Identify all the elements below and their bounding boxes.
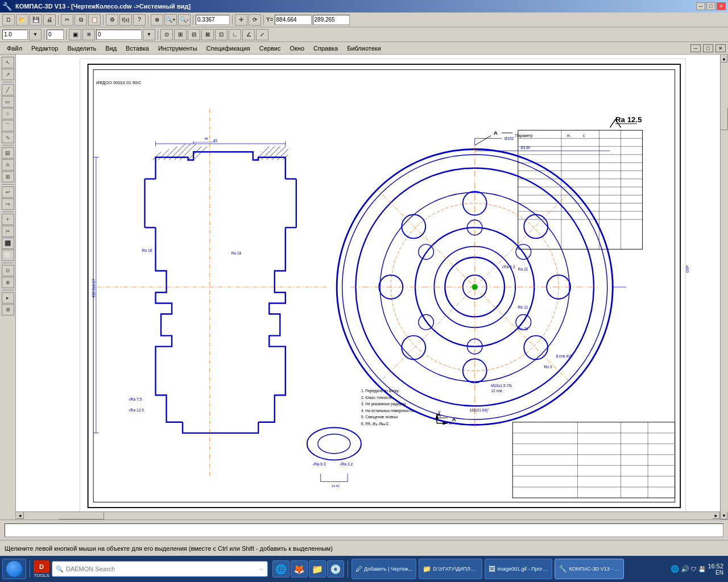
zoom-in-button[interactable]: 🔍+: [164, 14, 177, 26]
lt-circle[interactable]: ○: [2, 108, 14, 119]
layer-input[interactable]: [96, 30, 142, 40]
tb2-btn3[interactable]: ⊟: [188, 29, 200, 40]
taskbar-app-image[interactable]: 🖼 image001.gif - Прогр...: [485, 559, 552, 579]
inner-restore-button[interactable]: □: [703, 44, 713, 52]
tb2-btn1[interactable]: ⊙: [160, 29, 173, 40]
menu-window[interactable]: Окно: [285, 44, 309, 53]
move-button[interactable]: ✛: [235, 14, 247, 26]
scale-input[interactable]: [2, 30, 28, 40]
taskbar-app-folder[interactable]: 📁 D:\УГАТУ\ДИПЛОМ\...: [419, 559, 482, 579]
menu-view[interactable]: Вид: [101, 44, 121, 53]
lt-settings[interactable]: ⚙: [2, 304, 14, 315]
paste-button[interactable]: 📋: [88, 14, 101, 26]
lt-text[interactable]: A: [2, 159, 14, 171]
angle-input[interactable]: [47, 30, 64, 40]
scrollbar-thumb-v[interactable]: [721, 107, 728, 130]
ie-icon[interactable]: 🌐: [272, 560, 289, 577]
menu-file[interactable]: Файл: [2, 44, 27, 53]
daemon-tools-icon[interactable]: D TOOLS: [34, 560, 49, 578]
menu-tools[interactable]: Инструменты: [154, 44, 202, 53]
lt-undo[interactable]: ↩: [2, 186, 14, 198]
search-btn[interactable]: →: [258, 566, 264, 572]
tb2-btn6[interactable]: ∟: [229, 29, 241, 40]
menu-insert[interactable]: Вставка: [121, 44, 154, 53]
lt-clear[interactable]: ⬜: [2, 250, 14, 261]
minimize-button[interactable]: ─: [696, 2, 705, 10]
drawing-canvas[interactable]: Параметр m с Ra 12.5: [16, 55, 728, 519]
folder-icon[interactable]: 📁: [309, 560, 326, 577]
lt-select[interactable]: ↖: [2, 57, 14, 68]
tb2-btn8[interactable]: ⤢: [256, 29, 268, 40]
close-button[interactable]: ✕: [717, 2, 726, 10]
search-input[interactable]: [66, 566, 255, 572]
lt-hatch[interactable]: ▤: [2, 147, 14, 159]
formula-button[interactable]: f(x): [119, 14, 132, 26]
security-tray-icon[interactable]: 🛡: [691, 566, 697, 572]
image-app-icon: 🖼: [489, 565, 495, 573]
menu-spec[interactable]: Спецификация: [202, 44, 255, 53]
menu-help[interactable]: Справка: [309, 44, 342, 53]
tb2-btn7[interactable]: ∠: [242, 29, 255, 40]
inner-close-button[interactable]: ✕: [715, 44, 726, 52]
lt-measure[interactable]: ⊕: [2, 277, 14, 288]
zoom-fit-button[interactable]: ⊕: [151, 14, 163, 26]
lt-dim[interactable]: ⊞: [2, 171, 14, 182]
print-button[interactable]: 🖨: [43, 14, 56, 26]
scrollbar-thumb-h[interactable]: [59, 512, 104, 519]
scrollbar-down-button[interactable]: ▼: [721, 512, 727, 519]
tb2-btn4[interactable]: ⊠: [201, 29, 214, 40]
title-bar-controls[interactable]: ─ □ ✕: [696, 2, 726, 10]
scrollbar-up-button[interactable]: ▲: [721, 55, 727, 63]
lt-pointer[interactable]: ↗: [2, 69, 14, 80]
lt-rectangle[interactable]: ▭: [2, 96, 14, 107]
taskbar-app-kompas[interactable]: 🔧 КОМПАС-3D V13 - [Ч...: [555, 559, 624, 579]
lt-spline[interactable]: ∿: [2, 132, 14, 143]
drive-tray-icon[interactable]: 💾: [698, 566, 705, 572]
help-button[interactable]: ?: [133, 14, 146, 26]
tb2-btn5[interactable]: ⊡: [215, 29, 228, 40]
maximize-button[interactable]: □: [706, 2, 715, 10]
open-button[interactable]: 📂: [16, 14, 28, 26]
drive-icon[interactable]: 💿: [327, 560, 344, 577]
menu-select[interactable]: Выделить: [63, 44, 101, 53]
menu-bar: Файл Редактор Выделить Вид Вставка Инстр…: [0, 42, 728, 55]
lt-arc[interactable]: ⌒: [2, 120, 14, 131]
style-button[interactable]: ▣: [69, 29, 81, 40]
copy-button[interactable]: ⧉: [75, 14, 87, 26]
zoom-value-input[interactable]: [196, 15, 230, 25]
start-button[interactable]: [2, 559, 26, 579]
lt-play[interactable]: ▸: [2, 292, 14, 304]
coord-x-input[interactable]: [275, 15, 312, 25]
volume-tray-icon[interactable]: 🔊: [681, 565, 689, 573]
lt-zoom-plus[interactable]: +: [2, 214, 14, 225]
scale-down-button[interactable]: ▼: [29, 29, 42, 40]
menu-edit[interactable]: Редактор: [27, 44, 63, 53]
lt-cut-tool[interactable]: ✂: [2, 226, 14, 237]
lt-snap[interactable]: ⊙: [2, 265, 14, 276]
taskbar-app-add[interactable]: 🖊 Добавить | Чертеж...: [351, 559, 416, 579]
menu-service[interactable]: Сервис: [255, 44, 286, 53]
lt-sep3: [2, 184, 14, 185]
tb2-btn2[interactable]: ⊞: [174, 29, 187, 40]
settings-button[interactable]: ⚙: [106, 14, 118, 26]
layer-dropdown-button[interactable]: ⊞: [82, 29, 95, 40]
lt-redo[interactable]: ↪: [2, 198, 14, 210]
lt-fill[interactable]: ⬛: [2, 238, 14, 249]
status-input[interactable]: [5, 523, 723, 537]
coord-y-input[interactable]: [313, 15, 350, 25]
scrollbar-left-button[interactable]: ◄: [16, 512, 24, 519]
system-clock[interactable]: 16:52 EN: [708, 563, 723, 576]
inner-minimize-button[interactable]: ─: [690, 44, 701, 52]
save-button[interactable]: 💾: [30, 14, 42, 26]
search-bar[interactable]: 🔍 →: [52, 561, 268, 577]
layer-select-button[interactable]: ▼: [143, 29, 155, 40]
network-tray-icon[interactable]: 🌐: [671, 565, 679, 573]
lt-line[interactable]: ╱: [2, 84, 14, 95]
menu-libraries[interactable]: Библиотеки: [342, 44, 386, 53]
zoom-out-button[interactable]: 🔍-: [178, 14, 191, 26]
firefox-icon[interactable]: 🦊: [291, 560, 308, 577]
rotate-button[interactable]: ⟳: [249, 14, 261, 26]
new-button[interactable]: 🗋: [2, 14, 15, 26]
scrollbar-right-button[interactable]: ►: [712, 512, 720, 519]
cut-button[interactable]: ✂: [61, 14, 73, 26]
